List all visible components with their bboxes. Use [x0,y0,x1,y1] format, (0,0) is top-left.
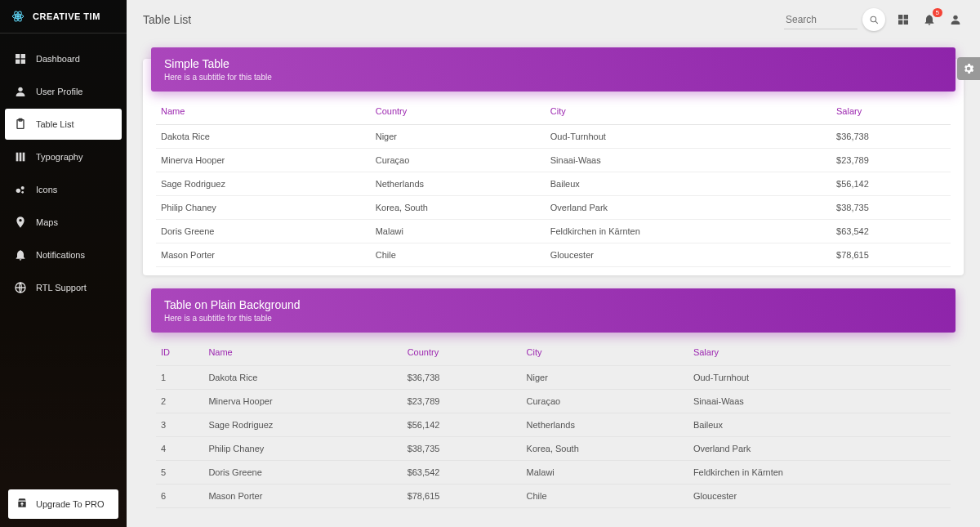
table-cell: 3 [156,413,203,437]
sidebar-item-maps[interactable]: Maps [5,207,122,238]
svg-rect-21 [904,15,908,19]
unarchive-icon [16,498,29,511]
table-cell: Oud-Turnhout [546,125,831,149]
sidebar-item-label: Notifications [36,250,85,260]
content: Simple Table Here is a subtitle for this… [127,39,980,527]
settings-fab[interactable] [957,57,980,80]
dashboard-button[interactable] [895,13,911,26]
table-row: 3Sage Rodriguez$56,142NetherlandsBaileux [156,413,951,437]
account-button[interactable] [947,13,964,26]
table-cell: Niger [371,125,546,149]
table-row: Doris GreeneMalawiFeldkirchen in Kärnten… [156,220,951,243]
table-cell: $63,542 [831,220,951,243]
sidebar-item-typography[interactable]: Typography [5,141,122,172]
table-cell: Gloucester [546,243,831,267]
svg-line-19 [875,21,878,24]
upgrade-label: Upgrade To PRO [36,499,105,509]
table-cell: Korea, South [522,437,688,461]
brand-name: CREATIVE TIM [33,11,100,21]
svg-rect-13 [23,153,25,162]
table-header: ID [156,339,203,366]
sidebar-item-label: RTL Support [36,283,87,293]
table-cell: Mason Porter [156,243,371,267]
svg-point-18 [871,16,876,22]
table-cell: Overland Park [546,196,831,220]
table-cell: Sinaai-Waas [546,149,831,172]
sidebar-item-label: Maps [36,217,58,227]
library-icon [13,150,28,164]
search-icon [869,15,880,25]
brand[interactable]: CREATIVE TIM [0,0,127,33]
table-cell: 4 [156,437,203,461]
sidebar-item-label: Icons [36,185,57,194]
search-button[interactable] [862,8,885,31]
svg-rect-23 [904,20,908,25]
table-row: 2Minerva Hooper$23,789CuraçaoSinaai-Waas [156,390,951,413]
upgrade-button[interactable]: Upgrade To PRO [8,489,118,519]
table-cell: 6 [156,485,203,508]
search-input[interactable] [784,11,858,29]
simple-table: Name Country City Salary Dakota RiceNige… [156,98,951,267]
svg-point-16 [21,191,24,194]
card-header: Simple Table Here is a subtitle for this… [151,47,956,92]
svg-point-24 [953,16,957,20]
table-row: Minerva HooperCuraçaoSinaai-Waas$23,789 [156,149,951,172]
table-cell: Sage Rodriguez [156,172,371,196]
plain-table: ID Name Country City Salary 1Dakota Rice… [156,339,951,508]
table-header: Name [203,339,402,366]
table-cell: $23,789 [831,149,951,172]
svg-rect-12 [20,153,22,162]
table-cell: Netherlands [371,172,546,196]
table-header: Country [371,98,546,125]
table-cell: $36,738 [831,125,951,149]
topbar: Table List 5 [127,0,980,39]
person-icon [949,13,962,26]
table-cell: $63,542 [403,461,522,485]
table-cell: Baileux [546,172,831,196]
table-header: Country [403,339,522,366]
notifications-button[interactable]: 5 [921,13,938,26]
table-row: Sage RodriguezNetherlandsBaileux$56,142 [156,172,951,196]
table-cell: $38,735 [403,437,522,461]
sidebar-item-user-profile[interactable]: User Profile [5,76,122,107]
table-cell: Netherlands [522,413,688,437]
sidebar-item-label: Table List [36,119,74,129]
simple-table-card: Simple Table Here is a subtitle for this… [143,59,964,275]
page-title: Table List [143,13,784,26]
table-row: Dakota RiceNigerOud-Turnhout$36,738 [156,125,951,149]
svg-rect-22 [898,20,902,25]
card-subtitle: Here is a subtitle for this table [164,314,942,323]
sidebar-item-dashboard[interactable]: Dashboard [5,43,122,74]
sidebar-item-table-list[interactable]: Table List [5,109,122,140]
main: Table List 5 Simple Table Here is a subt… [127,0,980,527]
table-cell: Philip Chaney [203,437,402,461]
table-row: Mason PorterChileGloucester$78,615 [156,243,951,267]
sidebar-nav: Dashboard User Profile Table List Typogr… [0,33,127,481]
language-icon [13,280,28,295]
table-header: Salary [688,339,951,366]
table-cell: Minerva Hooper [156,149,371,172]
table-header: City [522,339,688,366]
table-cell: Malawi [371,220,546,243]
sidebar: CREATIVE TIM Dashboard User Profile Tabl… [0,0,127,527]
sidebar-item-icons[interactable]: Icons [5,174,122,205]
table-header: City [546,98,831,125]
sidebar-item-rtl-support[interactable]: RTL Support [5,272,122,303]
notification-badge: 5 [933,8,942,17]
svg-point-8 [18,87,22,92]
sidebar-item-label: Typography [36,152,82,162]
sidebar-item-label: User Profile [36,87,82,96]
svg-point-14 [16,189,20,193]
table-cell: Mason Porter [203,485,402,508]
sidebar-item-notifications[interactable]: Notifications [5,239,122,270]
table-cell: Chile [522,485,688,508]
table-row: 6Mason Porter$78,615ChileGloucester [156,485,951,508]
svg-point-15 [21,186,24,190]
bell-icon [13,248,28,262]
grid-icon [897,13,910,26]
dashboard-icon [13,51,28,66]
table-cell: 5 [156,461,203,485]
table-row: 5Doris Greene$63,542MalawiFeldkirchen in… [156,461,951,485]
location-icon [13,215,28,230]
svg-point-0 [17,16,20,18]
